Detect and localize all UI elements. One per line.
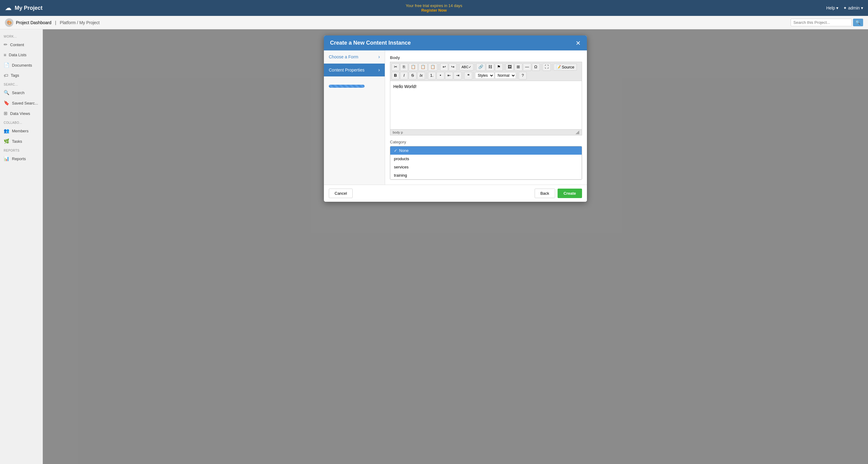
footer-right-buttons: Back Create	[535, 189, 582, 198]
project-search-button[interactable]: 🔍	[853, 19, 863, 26]
ordered-list-button[interactable]: 1.	[428, 72, 436, 79]
category-dropdown[interactable]: ✓ None products services t	[390, 146, 582, 180]
format-select[interactable]: Normal	[495, 72, 516, 79]
tags-icon: 🏷	[4, 73, 8, 78]
redo-button[interactable]: ↪	[449, 63, 457, 71]
editor-content-area[interactable]: Hello World!	[390, 81, 582, 130]
indent-button[interactable]: ⇥	[454, 72, 462, 79]
expand-button[interactable]: ⛶	[542, 63, 551, 71]
option-services-label: services	[394, 165, 409, 169]
blockquote-button[interactable]: ❝	[464, 72, 472, 79]
unordered-list-button[interactable]: •	[436, 72, 444, 79]
strikethrough-button[interactable]: S	[409, 72, 416, 79]
progress-area	[324, 80, 385, 93]
project-search-input[interactable]	[790, 19, 852, 26]
progress-bar	[329, 85, 365, 88]
category-label: Category	[390, 140, 582, 144]
app-title: My Project	[15, 5, 42, 11]
sidebar-item-documents[interactable]: 📄 Documents	[0, 60, 42, 70]
modal-title: Create a New Content Instance	[330, 40, 411, 46]
unlink-button[interactable]: ⛓	[486, 63, 494, 71]
main-layout: WORK... ✏ Content ≡ Data Lists 📄 Documen…	[0, 29, 868, 464]
source-icon: 📝	[556, 65, 561, 69]
category-section: Category ✓ None products ser	[390, 140, 582, 180]
dropdown-option-services[interactable]: services	[390, 163, 582, 171]
separator-6	[552, 64, 552, 70]
source-button[interactable]: 📝 Source	[554, 64, 577, 71]
breadcrumb-platform[interactable]: Platform	[60, 20, 76, 25]
sidebar-data-lists-label: Data Lists	[9, 53, 27, 57]
reports-section-label: REPORTS	[0, 146, 42, 154]
sidebar-item-tags[interactable]: 🏷 Tags	[0, 70, 42, 80]
flag-button[interactable]: ⚑	[495, 63, 503, 71]
back-button[interactable]: Back	[535, 189, 555, 198]
content-properties-arrow: ›	[378, 67, 380, 73]
choose-form-arrow: ›	[378, 54, 380, 60]
sidebar-item-search[interactable]: 🔍 Search	[0, 88, 42, 98]
sidebar-item-reports[interactable]: 📊 Reports	[0, 154, 42, 164]
help-button[interactable]: ?	[519, 72, 527, 79]
breadcrumb: Platform / My Project	[60, 20, 100, 25]
sidebar-tasks-label: Tasks	[12, 139, 22, 144]
dashboard-link[interactable]: Project Dashboard	[16, 20, 51, 25]
hline-button[interactable]: —	[523, 63, 531, 71]
sub-nav-search: 🔍	[790, 19, 863, 26]
styles-select[interactable]: Styles	[475, 72, 494, 79]
choose-form-label: Choose a Form	[329, 55, 358, 59]
nav-choose-form[interactable]: Choose a Form ›	[324, 51, 385, 64]
sidebar-search-label: Search	[12, 91, 25, 95]
register-link[interactable]: Register Now	[406, 8, 462, 12]
paste-button[interactable]: 📋	[409, 63, 418, 71]
sidebar-item-data-views[interactable]: ⊞ Data Views	[0, 108, 42, 119]
modal-body: Choose a Form › Content Properties ›	[324, 51, 587, 185]
content-icon: ✏	[4, 42, 8, 47]
link-button[interactable]: 🔗	[476, 63, 485, 71]
sidebar-item-tasks[interactable]: 🌿 Tasks	[0, 136, 42, 146]
image-button[interactable]: 🖼	[505, 63, 514, 71]
sidebar-item-saved-search[interactable]: 🔖 Saved Searc...	[0, 98, 42, 108]
toolbar-row-1: ✂ ⎘ 📋 📋 📋 ↩ ↪ ABC✓	[392, 63, 581, 71]
create-button[interactable]: Create	[558, 189, 582, 198]
italic-button[interactable]: I	[400, 72, 408, 79]
dropdown-option-products[interactable]: products	[390, 155, 582, 163]
content-properties-label: Content Properties	[329, 68, 365, 72]
bold-button[interactable]: B	[392, 72, 399, 79]
modal-header: Create a New Content Instance ✕	[324, 35, 587, 51]
sidebar-saved-search-label: Saved Searc...	[12, 101, 38, 105]
sub-nav: 🎨 Project Dashboard | Platform / My Proj…	[0, 16, 868, 29]
help-button[interactable]: Help ▾	[826, 5, 838, 10]
top-bar-right: Help ▾ ✦ admin ▾	[826, 5, 863, 10]
documents-icon: 📄	[4, 62, 9, 68]
italic-clean-button[interactable]: Ix	[417, 72, 425, 79]
copy-button[interactable]: ⎘	[400, 63, 408, 71]
separator-7	[426, 72, 427, 79]
paste-plain-button[interactable]: 📋	[418, 63, 428, 71]
modal-left-nav: Choose a Form › Content Properties ›	[324, 51, 385, 185]
admin-menu[interactable]: ✦ admin ▾	[843, 5, 863, 10]
search-section-label: SEARC...	[0, 80, 42, 88]
separator-4	[504, 64, 504, 70]
table-button[interactable]: ⊞	[515, 63, 522, 71]
cut-button[interactable]: ✂	[392, 63, 399, 71]
spellcheck-button[interactable]: ABC✓	[459, 64, 473, 70]
collab-section-label: COLLABO...	[0, 119, 42, 126]
sidebar-item-content[interactable]: ✏ Content	[0, 39, 42, 50]
undo-button[interactable]: ↩	[440, 63, 448, 71]
dropdown-option-none[interactable]: ✓ None	[390, 146, 582, 155]
sidebar-item-members[interactable]: 👥 Members	[0, 126, 42, 136]
outdent-button[interactable]: ⇤	[445, 72, 453, 79]
special-char-button[interactable]: Ω	[532, 63, 540, 71]
separator-10	[517, 72, 518, 79]
separator-5	[541, 64, 541, 70]
paste-word-button[interactable]: 📋	[428, 63, 437, 71]
separator-8	[463, 72, 463, 79]
data-views-icon: ⊞	[4, 111, 8, 116]
sidebar-item-data-lists[interactable]: ≡ Data Lists	[0, 50, 42, 60]
modal-footer: Cancel Back Create	[324, 185, 587, 202]
option-training-label: training	[394, 173, 407, 177]
modal-close-button[interactable]: ✕	[576, 40, 581, 46]
nav-content-properties[interactable]: Content Properties ›	[324, 64, 385, 77]
dropdown-option-training[interactable]: training	[390, 171, 582, 179]
cancel-button[interactable]: Cancel	[329, 189, 353, 198]
resize-handle[interactable]	[576, 131, 579, 134]
